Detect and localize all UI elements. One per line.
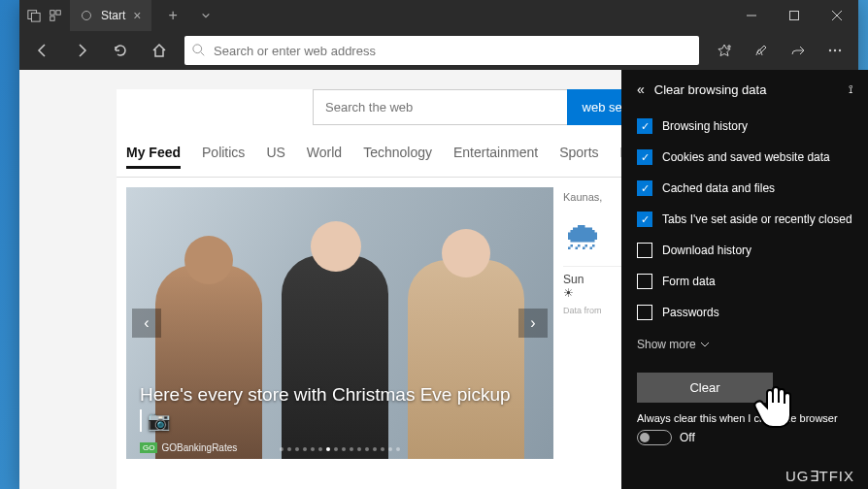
svg-point-10	[193, 45, 202, 53]
maximize-button[interactable]	[773, 0, 816, 31]
camera-icon: 📷	[140, 409, 171, 432]
carousel-prev-button[interactable]: ‹	[132, 309, 161, 338]
checkbox-label: Download history	[662, 244, 751, 257]
web-search-box: web search	[313, 89, 662, 125]
panel-pin-icon[interactable]: ⟟	[849, 82, 852, 96]
checkbox-label: Cookies and saved website data	[662, 150, 830, 164]
home-button[interactable]	[146, 37, 173, 64]
favorites-icon[interactable]	[711, 37, 738, 64]
hero-headline: Here's every store with Christmas Eve pi…	[140, 384, 540, 432]
titlebar: Start × +	[19, 0, 858, 31]
feed-tab-politics[interactable]: Politics	[202, 145, 245, 169]
feed-tab-technology[interactable]: Technology	[363, 145, 432, 169]
toolbar	[19, 31, 858, 70]
always-clear-toggle[interactable]	[637, 430, 672, 445]
refresh-button[interactable]	[107, 37, 134, 64]
tab-title: Start	[101, 9, 125, 22]
svg-rect-1	[31, 13, 40, 21]
tab-dropdown-icon[interactable]	[195, 7, 217, 24]
minimize-button[interactable]	[730, 0, 773, 31]
checkbox[interactable]	[637, 305, 652, 320]
clear-browsing-panel: « Clear browsing data ⟟ Browsing history…	[621, 70, 868, 489]
forward-button[interactable]	[68, 37, 95, 64]
svg-rect-7	[790, 12, 799, 20]
weather-day-label: Sun	[563, 273, 584, 286]
tab-close-icon[interactable]: ×	[133, 8, 141, 23]
feed-tab-sports[interactable]: Sports	[559, 145, 598, 169]
hero-card[interactable]: ‹ › Here's every store with Christmas Ev…	[126, 187, 553, 459]
checkbox[interactable]	[637, 149, 652, 165]
feed-tab-world[interactable]: World	[307, 145, 342, 169]
feed-tab-myfeed[interactable]: My Feed	[126, 145, 181, 169]
edge-icon	[80, 9, 93, 22]
tabs-aside-icon[interactable]	[27, 9, 41, 22]
svg-point-14	[829, 49, 831, 51]
checkbox[interactable]	[637, 243, 652, 258]
checkbox[interactable]	[637, 274, 652, 289]
address-input[interactable]	[214, 44, 691, 58]
share-icon[interactable]	[785, 37, 812, 64]
svg-rect-2	[50, 11, 54, 15]
svg-point-15	[834, 49, 836, 51]
panel-back-button[interactable]: «	[637, 82, 645, 97]
checkbox-row[interactable]: Passwords	[637, 297, 852, 328]
checkbox-label: Passwords	[662, 306, 719, 319]
checkbox-row[interactable]: Tabs I've set aside or recently closed	[637, 204, 852, 235]
back-button[interactable]	[29, 37, 56, 64]
search-icon	[192, 44, 206, 57]
feed-tab-us[interactable]: US	[266, 145, 284, 169]
checkbox[interactable]	[637, 118, 652, 134]
close-button[interactable]	[816, 0, 858, 31]
web-search-input[interactable]	[313, 89, 567, 125]
watermark: UG∃TFIX	[785, 468, 854, 485]
checkbox-row[interactable]: Browsing history	[637, 111, 852, 142]
checkbox-label: Browsing history	[662, 119, 748, 133]
panel-title: Clear browsing data	[654, 82, 767, 97]
chevron-down-icon	[700, 340, 710, 349]
clear-button[interactable]: Clear	[637, 373, 773, 403]
checkbox-label: Cached data and files	[662, 181, 775, 195]
checkbox-row[interactable]: Form data	[637, 266, 852, 297]
checkbox-row[interactable]: Cached data and files	[637, 173, 852, 204]
svg-point-16	[839, 49, 841, 51]
feed-tab-entertainment[interactable]: Entertainment	[453, 145, 538, 169]
svg-line-11	[201, 52, 205, 56]
checkbox-label: Form data	[662, 275, 716, 288]
hero-source: GO GOBankingRates	[140, 442, 237, 453]
svg-rect-4	[50, 16, 54, 20]
more-icon[interactable]	[821, 37, 849, 64]
checkbox-row[interactable]: Download history	[637, 235, 852, 266]
toggle-state-label: Off	[680, 431, 695, 444]
show-more-button[interactable]: Show more	[637, 328, 852, 361]
checkbox-label: Tabs I've set aside or recently closed	[662, 212, 852, 226]
checkbox[interactable]	[637, 212, 652, 227]
tabs-preview-icon[interactable]	[49, 9, 62, 22]
svg-point-5	[83, 12, 91, 20]
carousel-dots	[280, 447, 400, 451]
address-bar[interactable]	[184, 36, 699, 65]
browser-tab[interactable]: Start ×	[70, 0, 151, 31]
checkbox-row[interactable]: Cookies and saved website data	[637, 142, 852, 173]
weather-sun-icon: ☀	[563, 286, 574, 300]
carousel-next-button[interactable]: ›	[518, 309, 548, 338]
reading-icon[interactable]	[748, 37, 775, 64]
always-clear-label: Always clear this when I close the brows…	[637, 412, 852, 430]
new-tab-button[interactable]: +	[159, 7, 187, 24]
svg-rect-3	[56, 11, 60, 15]
checkbox[interactable]	[637, 180, 652, 196]
